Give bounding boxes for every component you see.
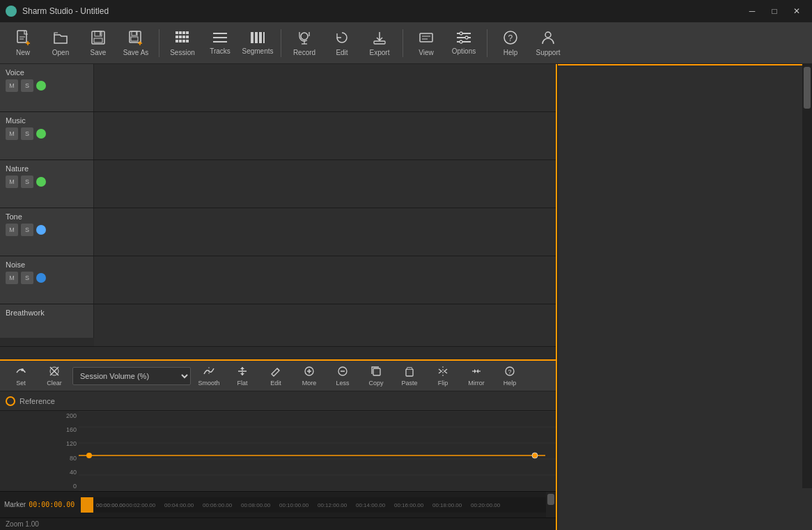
minimize-button[interactable]: ─: [742, 4, 762, 18]
svg-text:?: ?: [508, 368, 512, 375]
svg-rect-82: [81, 497, 93, 513]
toolbar-support-button[interactable]: Support: [531, 25, 565, 61]
segments-icon: [250, 31, 265, 46]
session-label: Session: [170, 49, 195, 56]
tone-track-content[interactable]: [94, 208, 556, 256]
view-label: View: [419, 49, 434, 56]
svg-point-34: [301, 33, 308, 40]
music-solo-button[interactable]: S: [21, 127, 33, 140]
toolbar-segments-button[interactable]: Segments: [240, 25, 275, 61]
y-200: 200: [58, 412, 77, 419]
nature-track-content[interactable]: [94, 160, 556, 208]
v-scrollbar[interactable]: [802, 64, 812, 488]
open-label: Open: [52, 49, 69, 56]
toolbar-options-button[interactable]: Options: [446, 25, 481, 61]
svg-rect-11: [131, 37, 138, 41]
flat-button[interactable]: Flat: [227, 363, 258, 389]
automation-dropdown[interactable]: Session Volume (%) Track Volume Pan Pitc…: [72, 367, 191, 385]
clear-button[interactable]: Clear: [39, 363, 70, 389]
svg-text:00:04:00.00: 00:04:00.00: [164, 502, 194, 508]
svg-marker-56: [240, 367, 244, 369]
window-controls: ─ □ ✕: [742, 4, 806, 18]
y-40: 40: [58, 469, 77, 476]
smooth-label: Smooth: [198, 380, 219, 387]
voice-mute-button[interactable]: M: [6, 79, 18, 92]
svg-line-58: [277, 368, 279, 371]
zoom-label: Zoom 1.00: [6, 520, 39, 528]
flat-icon: [237, 366, 248, 379]
less-button[interactable]: Less: [327, 363, 358, 389]
maximize-button[interactable]: □: [765, 4, 784, 18]
close-button[interactable]: ✕: [787, 4, 806, 18]
flip-button[interactable]: Flip: [428, 363, 458, 389]
reference-track-area[interactable]: [79, 391, 556, 411]
options-icon: [456, 31, 471, 46]
svg-text:00:02:00.00: 00:02:00.00: [126, 502, 156, 508]
toolbar-session-button[interactable]: Session: [165, 25, 200, 61]
record-label: Record: [293, 49, 315, 56]
noise-mute-button[interactable]: M: [6, 272, 18, 284]
toolbar-tracks-button[interactable]: Tracks: [203, 25, 237, 61]
noise-solo-button[interactable]: S: [21, 272, 33, 284]
h-scrollbar[interactable]: [546, 492, 556, 517]
toolbar-save-button[interactable]: Save: [81, 25, 116, 61]
plus-circle-icon: [304, 366, 315, 379]
music-mute-button[interactable]: M: [6, 127, 18, 140]
voice-track-content[interactable]: [94, 64, 556, 111]
svg-text:00:12:00.00: 00:12:00.00: [318, 502, 348, 508]
reference-circle: [6, 396, 15, 406]
edit-auto-label: Edit: [270, 380, 281, 387]
y-axis: 200 160 120 80 40 0: [58, 411, 79, 491]
more-button[interactable]: More: [294, 363, 325, 389]
toolbar-edit-button[interactable]: Edit: [325, 25, 359, 61]
divider-1: [159, 29, 159, 57]
tone-solo-button[interactable]: S: [21, 224, 33, 236]
set-button[interactable]: Set: [6, 363, 36, 389]
marker-label: Marker: [4, 501, 26, 508]
tone-mute-button[interactable]: M: [6, 224, 18, 236]
noise-track-name: Noise: [6, 260, 88, 269]
voice-solo-button[interactable]: S: [21, 79, 33, 92]
paste-button[interactable]: Paste: [394, 363, 425, 389]
music-track-header: Music M S: [0, 112, 94, 159]
music-track-content[interactable]: [94, 112, 556, 159]
help-auto-button[interactable]: ? Help: [494, 363, 525, 389]
help-label: Help: [503, 49, 518, 56]
svg-rect-64: [373, 368, 380, 375]
v-scroll-thumb[interactable]: [804, 67, 811, 109]
copy-auto-button[interactable]: Copy: [361, 363, 391, 389]
less-label: Less: [336, 380, 349, 387]
nature-solo-button[interactable]: S: [21, 176, 33, 188]
timeline-ruler[interactable]: 00:00:00.00 00:02:00.00 00:04:00.00 00:0…: [81, 497, 546, 513]
toolbar-open-button[interactable]: Open: [43, 25, 78, 61]
toolbar-export-button[interactable]: Export: [362, 25, 397, 61]
svg-rect-7: [94, 38, 102, 42]
toolbar-help-button[interactable]: ? Help: [493, 25, 528, 61]
smooth-button[interactable]: Smooth: [194, 363, 224, 389]
svg-point-79: [86, 453, 92, 458]
automation-graph-container: 200 160 120 80 40 0: [0, 411, 556, 491]
ruler-svg: 00:00:00.00 00:02:00.00 00:04:00.00 00:0…: [81, 497, 546, 513]
toolbar-record-button[interactable]: Record: [287, 25, 322, 61]
toolbar-saveas-button[interactable]: Save As: [118, 25, 153, 61]
toolbar-view-button[interactable]: View: [409, 25, 444, 61]
automation-svg: [79, 411, 556, 491]
edit-auto-button[interactable]: Edit: [260, 363, 291, 389]
mirror-button[interactable]: Mirror: [461, 363, 492, 389]
svg-rect-24: [179, 40, 182, 42]
set-label: Set: [16, 380, 26, 387]
svg-rect-21: [182, 36, 185, 38]
help-auto-icon: ?: [504, 366, 515, 379]
breathwork-track-content[interactable]: [94, 304, 556, 346]
nature-mute-button[interactable]: M: [6, 176, 18, 188]
pencil-icon: [270, 366, 281, 379]
scroll-thumb[interactable]: [547, 494, 554, 505]
svg-text:00:18:00.00: 00:18:00.00: [432, 502, 462, 508]
svg-rect-26: [186, 40, 189, 42]
zoom-bar: Zoom 1.00: [0, 517, 556, 530]
noise-track-content[interactable]: [94, 256, 556, 304]
export-icon: [372, 30, 387, 47]
graph-svg-area[interactable]: [79, 411, 556, 491]
y-80: 80: [58, 455, 77, 462]
toolbar-new-button[interactable]: New: [6, 25, 40, 61]
